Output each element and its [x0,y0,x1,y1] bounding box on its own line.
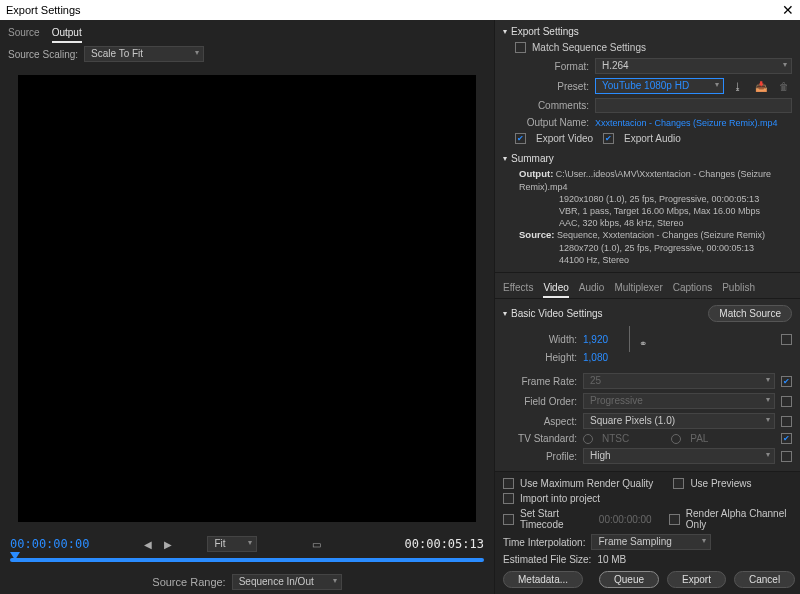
tab-captions[interactable]: Captions [673,279,712,298]
tab-video[interactable]: Video [543,279,568,298]
next-frame-icon[interactable]: ▶ [161,539,175,550]
cancel-button[interactable]: Cancel [734,571,795,588]
width-input[interactable]: 1,920 [583,334,633,345]
use-previews-checkbox[interactable] [673,478,684,489]
tvstd-lock-checkbox[interactable] [781,433,792,444]
link-dimensions-icon[interactable]: ⚭ [636,338,650,349]
window-title: Export Settings [6,4,81,16]
export-button[interactable]: Export [667,571,726,588]
framerate-dropdown[interactable]: 25 [583,373,775,389]
est-filesize-label: Estimated File Size: [503,554,591,565]
aspect-dropdown[interactable]: Square Pixels (1.0) [583,413,775,429]
output-name-link[interactable]: Xxxtentacion - Changes (Seizure Remix).m… [595,118,778,128]
queue-button[interactable]: Queue [599,571,659,588]
metadata-button[interactable]: Metadata... [503,571,583,588]
start-tc-value[interactable]: 00:00:00:00 [599,514,652,525]
time-interp-label: Time Interpolation: [503,537,585,548]
titlebar: Export Settings ✕ [0,0,800,20]
format-dropdown[interactable]: H.264 [595,58,792,74]
tvstd-label: TV Standard: [503,433,577,444]
time-interp-dropdown[interactable]: Frame Sampling [591,534,711,550]
prev-frame-icon[interactable]: ◀ [141,539,155,550]
fieldorder-dropdown[interactable]: Progressive [583,393,775,409]
match-sequence-label: Match Sequence Settings [532,42,646,53]
fieldorder-lock-checkbox[interactable] [781,396,792,407]
set-start-tc-checkbox[interactable] [503,514,514,525]
timecode-start[interactable]: 00:00:00:00 [10,537,89,551]
export-settings-header[interactable]: ▾ Export Settings [495,20,800,39]
close-icon[interactable]: ✕ [782,2,794,18]
summary-header[interactable]: ▾ Summary [495,147,800,166]
est-filesize-value: 10 MB [597,554,626,565]
output-name-label: Output Name: [515,117,589,128]
fieldorder-label: Field Order: [503,396,577,407]
source-scaling-dropdown[interactable]: Scale To Fit [84,46,204,62]
chevron-down-icon: ▾ [503,154,507,163]
zoom-fit-dropdown[interactable]: Fit [207,536,257,552]
video-preview[interactable] [18,75,476,522]
profile-label: Profile: [503,451,577,462]
summary-block: Output: C:\User...ideos\AMV\Xxxtentacion… [495,166,800,272]
aspect-correction-icon[interactable]: ▭ [309,539,324,550]
preset-label: Preset: [515,81,589,92]
profile-dropdown[interactable]: High [583,448,775,464]
profile-lock-checkbox[interactable] [781,451,792,462]
aspect-label: Aspect: [503,416,577,427]
source-range-label: Source Range: [152,576,225,588]
bottom-options: Use Maximum Render Quality Use Previews … [495,471,800,594]
import-project-checkbox[interactable] [503,493,514,504]
basic-video-settings-header[interactable]: ▾ Basic Video Settings Match Source [495,299,800,324]
format-label: Format: [515,61,589,72]
tab-multiplexer[interactable]: Multiplexer [614,279,662,298]
export-video-checkbox[interactable] [515,133,526,144]
source-scaling-label: Source Scaling: [8,49,78,60]
render-alpha-checkbox[interactable] [669,514,680,525]
tab-output[interactable]: Output [52,24,82,43]
tab-publish[interactable]: Publish [722,279,755,298]
export-audio-checkbox[interactable] [603,133,614,144]
ntsc-radio[interactable] [583,434,593,444]
preset-dropdown[interactable]: YouTube 1080p HD [595,78,724,94]
match-source-button[interactable]: Match Source [708,305,792,322]
source-range-dropdown[interactable]: Sequence In/Out [232,574,342,590]
tab-effects[interactable]: Effects [503,279,533,298]
timecode-end: 00:00:05:13 [405,537,484,551]
settings-panel: ▾ Export Settings Match Sequence Setting… [494,20,800,594]
tab-audio[interactable]: Audio [579,279,605,298]
delete-preset-icon[interactable]: 🗑 [776,81,792,92]
aspect-lock-checkbox[interactable] [781,416,792,427]
import-preset-icon[interactable]: 📥 [752,81,770,92]
comments-input[interactable] [595,98,792,113]
chevron-down-icon: ▾ [503,27,507,36]
preview-panel: Source Output Source Scaling: Scale To F… [0,20,494,594]
height-label: Height: [503,352,577,363]
width-lock-checkbox[interactable] [781,334,792,345]
pal-radio[interactable] [671,434,681,444]
tab-source[interactable]: Source [8,24,40,43]
use-max-render-checkbox[interactable] [503,478,514,489]
comments-label: Comments: [515,100,589,111]
chevron-down-icon: ▾ [503,309,507,318]
framerate-lock-checkbox[interactable] [781,376,792,387]
framerate-label: Frame Rate: [503,376,577,387]
save-preset-icon[interactable]: ⭳ [730,81,746,92]
match-sequence-checkbox[interactable] [515,42,526,53]
timeline-slider[interactable] [10,558,484,562]
height-input[interactable]: 1,080 [583,352,633,363]
width-label: Width: [503,334,577,345]
